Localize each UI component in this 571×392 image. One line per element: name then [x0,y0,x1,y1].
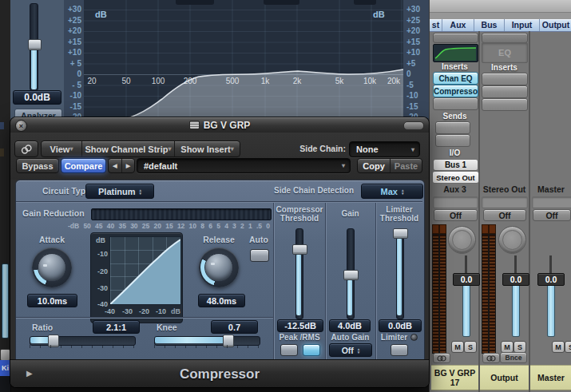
background-small-button[interactable] [0,349,10,361]
channel-name-plate[interactable]: Master [530,365,571,390]
volume-value[interactable]: 0.0 [537,273,565,286]
freq-tick: 200 [184,77,197,85]
channel-name[interactable]: Aux 3 [431,184,478,194]
knee-value[interactable]: 0.7 [211,320,258,334]
bypass-button[interactable]: Off [483,209,526,221]
ratio-value[interactable]: 2.1:1 [93,320,140,334]
db-tick: -15 [70,102,81,111]
mute-button[interactable]: M [501,341,514,353]
bypass-button[interactable]: Off [434,209,478,221]
view-menu[interactable]: View ▾ [42,141,82,156]
bounce-button[interactable]: Bnce [500,352,527,363]
side-chain-dropdown[interactable]: None ▾ [349,141,420,157]
pan-knob[interactable] [448,226,476,254]
tab-bus[interactable]: Bus [474,19,505,31]
mute-button[interactable]: M [552,341,565,353]
gain-value[interactable]: 4.0dB [329,319,371,332]
insert-compressor[interactable]: Compresso [433,85,478,97]
peak-checkbox[interactable] [280,344,298,356]
mute-button[interactable]: M [451,341,464,353]
stereo-format-button[interactable] [482,353,500,363]
window-title-bar[interactable]: × BG V GRP [10,117,429,133]
channel-name-plate[interactable]: Output [480,365,529,390]
ratio-label: Ratio [32,323,53,332]
window-pill-button[interactable] [403,121,424,130]
mixer-header [430,0,571,13]
preset-dropdown[interactable]: #default ▾ [137,158,351,173]
stepper-icon: ▴▾ [402,188,404,195]
tab-aux[interactable]: Aux [442,19,474,31]
attack-knob[interactable] [32,247,72,287]
bypass-button[interactable]: Off [533,209,571,221]
gr-tick: 0 [266,222,270,230]
threshold-value[interactable]: -12.5dB [277,319,323,332]
ratio-slider-ticks [30,345,134,348]
attack-value[interactable]: 10.0ms [27,294,77,307]
limiter-label-row: Limiter [376,333,422,342]
pan-knob-inner [452,230,472,250]
solo-button[interactable]: S [565,341,571,353]
insert-slot[interactable] [433,97,478,110]
eq-thumbnail-placeholder[interactable]: EQ [482,42,528,63]
compression-curve [110,237,180,304]
channel-name[interactable]: Master [530,184,571,194]
channel-name-plate[interactable]: BG V GRP 17 [431,365,478,390]
tab-input[interactable]: Input [505,19,540,31]
db-tick: + 5 [70,59,81,68]
eq-thumbnail[interactable] [433,44,478,62]
db-tick: 0 [406,69,411,78]
plate-line: Output [490,373,517,382]
release-knob[interactable] [199,247,239,287]
insert-slot[interactable] [482,73,528,85]
show-insert-menu[interactable]: Show Insert ▾ [175,141,240,156]
insert-chan-eq[interactable]: Chan EQ [433,72,478,85]
insert-slot[interactable] [482,85,528,98]
limiter-threshold-value[interactable]: 0.0dB [379,319,422,332]
channel-eq-window: 0.0dB Analyzer +30 +25 +20 +15 +10 + 5 0… [10,0,429,121]
tab-inst[interactable]: st [430,19,442,31]
threshold-slider-handle[interactable] [292,244,307,255]
compare-button[interactable]: Compare [61,158,106,173]
send-slot[interactable] [435,121,470,134]
rms-checkbox[interactable] [303,344,320,356]
tab-output[interactable]: Output [540,19,571,31]
solo-button[interactable]: S [514,341,526,353]
channel-value-box[interactable] [433,196,478,208]
insert-slot[interactable] [482,98,528,111]
copy-button[interactable]: Copy [358,159,391,172]
channel-value-box[interactable] [482,196,528,208]
limiter-checkbox[interactable] [391,344,408,356]
threshold-slider-fill [296,254,301,315]
circuit-type-dropdown[interactable]: Platinum ▴▾ [85,184,154,199]
gr-tick: 12 [177,222,184,230]
stereo-format-button[interactable] [433,353,450,363]
show-channel-strip-menu[interactable]: Show Channel Strip ▾ [82,141,175,156]
side-chain-detection-dropdown[interactable]: Max ▴▾ [361,184,423,199]
eq-graph[interactable]: dB dB 20 50 100 200 500 1k 2k 5k 10k 20k [84,0,403,121]
volume-value[interactable]: 0.0 [502,273,529,286]
auto-checkbox[interactable] [250,249,269,262]
volume-value[interactable]: 0.0 [453,273,480,286]
eq-gain-fader[interactable] [30,3,38,91]
output-slot-stereo-out[interactable]: Stereo Out [432,171,479,184]
prev-preset-button[interactable]: ◀ [109,159,122,172]
gain-slider-handle[interactable] [343,270,359,280]
link-button[interactable] [14,141,38,157]
bypass-button[interactable]: Bypass [16,158,59,173]
eq-gain-value[interactable]: 0.0dB [13,90,61,105]
channel-name[interactable]: Stereo Out [480,184,529,194]
eq-gain-fader-handle[interactable] [28,39,42,50]
paste-button[interactable]: Paste [391,159,422,172]
insert-slot[interactable] [433,33,478,43]
next-preset-button[interactable]: ▶ [122,159,134,172]
background-fader-sliver[interactable] [2,263,9,339]
pan-knob[interactable] [498,226,526,254]
limiter-threshold-slider-handle[interactable] [393,228,408,239]
input-slot-bus1[interactable]: Bus 1 [433,159,478,171]
channel-value-box[interactable] [532,196,571,208]
auto-gain-dropdown[interactable]: Off ▴▾ [329,343,372,357]
solo-button[interactable]: S [464,341,477,353]
release-value[interactable]: 48.0ms [198,294,245,307]
disclosure-button[interactable]: ▶ [26,369,33,378]
send-slot[interactable] [435,134,470,147]
